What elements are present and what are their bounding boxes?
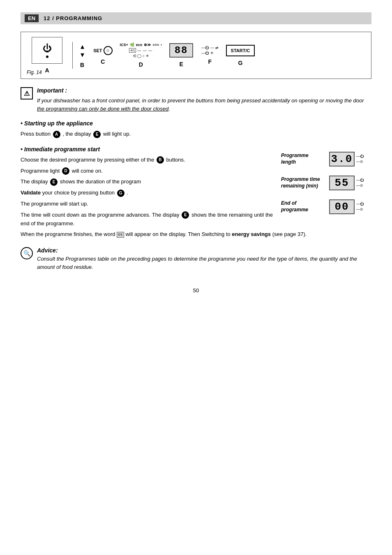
section-immediate: • Immediate programme start Programme le… [21,146,371,239]
display-label-time: Programme time remaining (min) [281,176,324,189]
display-e-area: 88 E [169,43,193,67]
p7-finish: When the programme finishes, the word oo… [21,230,371,239]
page-title: 12 / PROGRAMMING [44,15,102,21]
display-time-wrapper: 55 —⏻ —⊙ [329,176,364,190]
label-c: C [101,58,105,65]
display-e: 88 [169,43,193,58]
f-icon4: ✳ [210,51,214,55]
button-d-area: ICS+ 🌿 eco ⊕≫ ≡≡≡ › 4/1 — — — ⋲ ◯ ○ ✳ [120,43,162,68]
page-number: 50 [21,287,371,294]
advice-text: Advice: Consult the Programmes table on … [37,246,371,271]
header-bar: EN 12 / PROGRAMMING [21,12,371,24]
power-icon: ⏻ [43,43,52,54]
sun-icon: ✳ [146,54,149,58]
important-text: Important : If your dishwasher has a fro… [37,86,371,113]
display-length-value: 3.0 [329,152,355,166]
mid-row-d: 4/1 — — — [129,48,152,53]
page: EN 12 / PROGRAMMING Fig. 14 ⏻ A ▴ ▾ B S [0,0,392,555]
important-title: Important : [37,86,371,95]
arrow-up-icon: ▴ [81,43,84,50]
button-a-area: ⏻ A [32,37,62,74]
bottom-row-d: ⋲ ◯ ○ ✳ [133,54,149,58]
figure-panel: Fig. 14 ⏻ A ▴ ▾ B SET ○ C [21,32,371,79]
f-row1: —⏻ — ⇌ [201,46,219,50]
display-end-value: 00 [329,199,355,214]
button-b[interactable]: ▴ ▾ [81,43,84,58]
f-icon2: — ⇌ [210,46,219,50]
time-icon2: —⊙ [356,183,364,187]
label-g: G [238,60,243,66]
badge-e3: E [182,211,189,219]
dash-indicator: — — — [137,49,152,53]
right-displays: Programme length 3.0 —⏻ —⊙ Programme tim… [281,152,371,223]
length-icon1: —⏻ [356,154,364,158]
leaf-icon: 🌿 [130,43,134,47]
set-label: SET [93,48,102,53]
language-label: EN [25,14,39,22]
advice-title: Advice: [37,247,58,254]
badge-d: D [62,167,69,175]
button-c[interactable]: SET ○ [93,46,112,55]
panel-d[interactable]: ICS+ 🌿 eco ⊕≫ ≡≡≡ › 4/1 — — — ⋲ ◯ ○ ✳ [120,43,162,58]
length-icon2: —⊙ [356,160,364,164]
section-start: • Starting up the appliance Press button… [21,120,371,139]
end-icon1: —⏻ [356,202,364,206]
warning-icon: ⚠ [21,87,33,99]
display-row-length: Programme length 3.0 —⏻ —⊙ [281,152,371,166]
prog-num-box: 4/1 [129,48,136,53]
advice-body: Consult the Programmes table on the prec… [37,256,357,270]
arrow-right-icon: › [161,43,162,47]
button-b-area: ▴ ▾ B [80,43,84,68]
extra-icon: ≡≡≡ [152,43,159,47]
advice-box: 🔍 Advice: Consult the Programmes table o… [21,246,371,271]
badge-e2: E [50,178,58,186]
label-d: D [139,61,143,68]
top-icons-d: ICS+ 🌿 eco ⊕≫ ≡≡≡ › [120,43,162,47]
temp-icon: ⊕≫ [144,43,151,47]
important-box: ⚠ Important : If your dishwasher has a f… [21,86,371,113]
divider-ab [72,42,73,69]
button-g-area: START/C G [226,45,255,66]
display-time-value: 55 [329,176,355,190]
display-label-length: Programme length [281,153,324,165]
label-e: E [179,61,183,67]
label-a: A [45,67,49,74]
section-start-heading: • Starting up the appliance [21,120,371,127]
display-end-wrapper: 00 —⏻ —⊙ [329,199,364,214]
important-body: If your dishwasher has a front control p… [37,97,364,112]
end-side-icons: —⏻ —⊙ [356,202,364,211]
badge-a: A [53,131,60,138]
word-end-display: oo [117,232,124,238]
f-row2: —⏻ ✳ [201,51,219,55]
display-length-wrapper: 3.0 —⏻ —⊙ [329,152,364,166]
button-c-area: SET ○ C [93,46,112,65]
arrow-down-icon: ▾ [81,51,84,58]
f-icon1: —⏻ [201,46,209,50]
panel-f[interactable]: —⏻ — ⇌ —⏻ ✳ [201,46,219,55]
badge-e-start: E [93,131,101,138]
length-side-icons: —⏻ —⊙ [356,154,364,164]
display-label-end: End of programme [281,200,324,213]
section-start-text: Press button A , the display E will ligh… [21,130,371,139]
label-f: F [208,58,212,65]
badge-g: G [117,190,125,197]
time-icon1: —⏻ [356,178,364,182]
advice-icon: 🔍 [21,247,33,259]
time-side-icons: —⏻ —⊙ [356,178,364,187]
ics-label: ICS+ [120,43,128,47]
display-row-time: Programme time remaining (min) 55 —⏻ —⊙ [281,176,371,190]
f-icon3: —⏻ [201,51,209,55]
indicator-icons: ⋲ ◯ ○ [133,54,145,58]
display-row-end: End of programme 00 —⏻ —⊙ [281,199,371,214]
end-icon2: —⊙ [356,207,364,211]
button-g[interactable]: START/C [226,45,255,56]
badge-b: B [157,156,164,164]
figure-label: Fig. 14 [27,69,42,75]
set-circle: ○ [104,46,113,55]
eco-label: eco [136,43,143,47]
label-b: B [80,62,84,68]
panel-f-area: —⏻ — ⇌ —⏻ ✳ F [201,46,219,65]
power-indicator [46,56,48,58]
button-a[interactable]: ⏻ [32,37,62,64]
